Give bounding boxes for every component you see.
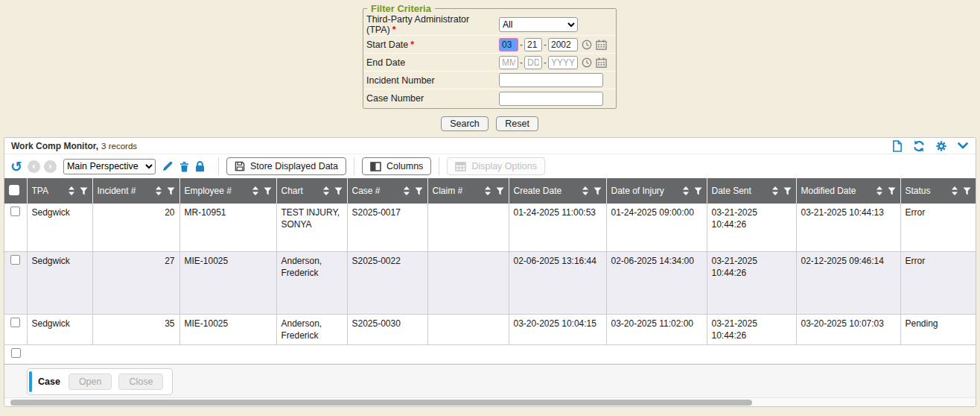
cell-chart: Anderson, Frederick (276, 251, 347, 314)
cell-employee: MIE-10025 (179, 251, 276, 314)
toolbar-divider (354, 157, 354, 175)
start-date-year-input[interactable] (548, 38, 578, 51)
sort-icon[interactable] (252, 186, 258, 195)
filter-icon[interactable] (80, 187, 88, 195)
date-separator: - (544, 57, 547, 68)
end-date-calendar-icon[interactable] (596, 57, 607, 68)
sort-icon[interactable] (69, 186, 74, 195)
cell-claim (427, 251, 509, 314)
incident-number-label: Incident Number (366, 75, 435, 86)
filter-icon[interactable] (415, 187, 423, 195)
horizontal-scrollbar-track[interactable] (4, 397, 976, 406)
search-button[interactable]: Search (441, 116, 489, 131)
cell-date-sent: 03-21-2025 10:44:26 (707, 204, 796, 251)
cell-modified-date: 03-21-2025 10:44:13 (796, 204, 900, 251)
display-options-icon (455, 162, 466, 171)
filter-icon[interactable] (783, 187, 792, 195)
edit-pencil-icon[interactable] (162, 160, 174, 172)
filter-icon[interactable] (167, 187, 175, 195)
cell-create-date: 02-06-2025 13:16:44 (509, 251, 606, 314)
start-date-calendar-icon[interactable] (596, 40, 607, 50)
toolbar-divider (218, 157, 219, 175)
filter-icon[interactable] (963, 187, 971, 195)
case-action-group: Case Open Close (27, 368, 173, 395)
sort-icon[interactable] (323, 186, 329, 195)
select-all-checkbox[interactable] (9, 185, 19, 195)
filter-icon[interactable] (888, 187, 896, 195)
sort-icon[interactable] (772, 186, 778, 195)
filter-icon[interactable] (334, 187, 343, 195)
lock-icon[interactable] (195, 160, 205, 172)
collapse-chevron-icon[interactable] (958, 142, 968, 149)
tpa-select[interactable]: All (499, 17, 578, 32)
column-header-case: Case # (347, 178, 427, 204)
start-date-day-input[interactable] (524, 38, 542, 51)
sort-icon[interactable] (683, 186, 689, 195)
row-checkbox[interactable] (10, 255, 20, 265)
sort-icon[interactable] (485, 186, 491, 195)
select-all-footer-checkbox[interactable] (11, 348, 21, 358)
toolbar-divider (439, 157, 439, 175)
filter-icon[interactable] (496, 187, 504, 195)
filter-row-case-number: Case Number (363, 89, 616, 107)
store-displayed-data-button[interactable]: Store Displayed Data (226, 157, 346, 175)
delete-trash-icon[interactable] (179, 161, 189, 172)
cell-incident: 35 (92, 314, 179, 344)
columns-button[interactable]: Columns (362, 157, 431, 175)
required-marker: * (410, 40, 414, 50)
filter-icon[interactable] (594, 187, 602, 195)
end-date-day-input[interactable] (524, 56, 542, 69)
display-options-label: Display Options (471, 161, 537, 171)
start-date-clock-icon[interactable] (582, 40, 592, 50)
filter-row-end-date: End Date - - (363, 54, 616, 72)
row-checkbox[interactable] (10, 207, 20, 216)
required-marker: * (392, 25, 396, 35)
column-header-employee: Employee # (179, 178, 276, 204)
cell-date-sent: 03-21-2025 10:44:26 (707, 251, 796, 314)
select-footer-row (4, 344, 976, 364)
end-date-clock-icon[interactable] (582, 57, 592, 68)
undo-icon[interactable]: ↺ (10, 160, 22, 174)
row-checkbox[interactable] (10, 318, 20, 327)
sort-icon[interactable] (952, 186, 958, 195)
column-header-date-sent: Date Sent (707, 178, 796, 204)
sort-icon[interactable] (582, 186, 588, 195)
sort-icon[interactable] (404, 186, 410, 195)
open-button: Open (69, 374, 112, 390)
case-number-input[interactable] (499, 92, 603, 106)
end-date-year-input[interactable] (548, 56, 578, 69)
page: Filter Criteria Third-Party Administrato… (0, 0, 980, 416)
cell-date-sent: 03-21-2025 10:44:26 (707, 314, 796, 344)
columns-label: Columns (386, 161, 423, 171)
cell-claim (427, 314, 509, 344)
column-header-date-of-injury: Date of Injury (606, 178, 707, 204)
grid-titlebar: Work Comp Monitor, 3 records (4, 138, 976, 154)
cell-chart: Anderson, Frederick (276, 314, 347, 344)
column-header-status: Status (900, 178, 976, 204)
cell-incident: 20 (92, 204, 179, 251)
case-number-label: Case Number (366, 93, 424, 104)
save-disk-icon (235, 161, 245, 171)
sort-icon[interactable] (156, 186, 162, 195)
table-row: Sedgwick 35 MIE-10025 Anderson, Frederic… (4, 314, 976, 344)
gear-icon[interactable] (935, 140, 947, 152)
cell-tpa: Sedgwick (27, 204, 92, 251)
reset-button[interactable]: Reset (496, 116, 538, 131)
horizontal-scrollbar-thumb[interactable] (10, 400, 752, 406)
perspective-select[interactable]: Main Perspective (63, 159, 156, 174)
incident-number-input[interactable] (499, 73, 603, 87)
filter-icon[interactable] (264, 187, 272, 195)
cell-claim (427, 204, 509, 251)
grid-toolbar: ↺ ‹ › Main Perspective Store Displayed D… (4, 154, 976, 178)
nav-back-button[interactable]: ‹ (28, 160, 40, 173)
end-date-month-input[interactable] (499, 56, 518, 69)
nav-forward-button[interactable]: › (44, 160, 57, 173)
date-separator: - (520, 57, 523, 68)
start-date-month-input[interactable] (499, 38, 518, 51)
document-icon[interactable] (892, 140, 903, 152)
sort-icon[interactable] (876, 186, 882, 195)
cell-date-of-injury: 01-24-2025 09:00:00 (606, 204, 707, 251)
refresh-icon[interactable] (913, 140, 925, 152)
grid-title: Work Comp Monitor, (11, 141, 98, 151)
filter-icon[interactable] (694, 187, 702, 195)
